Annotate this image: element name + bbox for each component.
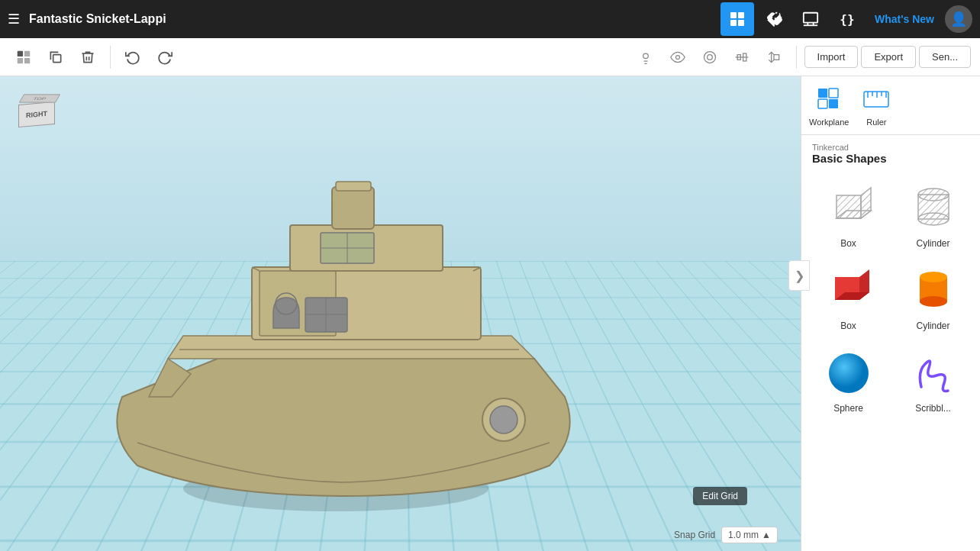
shape-cylinder-solid-thumb [903,264,964,317]
svg-point-21 [490,406,517,433]
svg-rect-5 [18,50,23,56]
svg-point-10 [643,53,648,59]
svg-rect-33 [336,182,371,191]
shape-sphere-label: Sphere [833,403,863,414]
shape-box-ghost[interactable]: Box [809,177,888,253]
workplane-icon [814,84,844,114]
svg-rect-32 [332,187,374,229]
divider-2 [796,46,797,69]
snap-up-icon: ▲ [762,530,771,540]
shape-cylinder-solid-label: Cylinder [916,321,949,331]
viewport[interactable]: RIGHT TOP [0,76,801,551]
top-nav: ☰ Fantastic Snicket-Lappi {} What's New … [0,0,980,38]
view-cube[interactable]: RIGHT TOP [15,92,61,145]
svg-point-58 [829,353,869,393]
svg-rect-8 [24,57,30,63]
cube-right-face: RIGHT [26,110,47,119]
panel-collapse-btn[interactable]: ❯ [788,260,810,291]
build-btn[interactable] [757,2,791,36]
panel-tools: Workplane Ruler [801,76,980,135]
shapes-header: Tinkercad Basic Shapes [801,135,980,169]
send-btn[interactable]: Sen... [919,46,971,68]
undo-btn[interactable] [118,43,147,72]
ruler-tool[interactable]: Ruler [861,84,891,127]
shape-cylinder-ghost[interactable]: Cylinder [894,177,972,253]
shape-box-ghost-thumb [818,182,879,235]
divider-1 [110,46,111,69]
user-avatar[interactable]: 👤 [945,5,972,33]
shape-box-ghost-label: Box [840,238,856,249]
shape-scribble-thumb [903,346,964,400]
redo-btn[interactable] [150,43,179,72]
gallery-btn[interactable] [794,2,827,36]
shape-cylinder-solid[interactable]: Cylinder [894,259,972,336]
svg-point-13 [704,51,715,63]
nav-icons: {} What's New 👤 [720,2,972,36]
shape-box-solid[interactable]: Box [809,259,888,336]
lights-btn[interactable] [631,43,660,72]
svg-rect-36 [818,99,827,108]
svg-rect-1 [738,12,744,18]
svg-rect-3 [738,20,744,26]
whats-new-link[interactable]: What's New [875,13,934,25]
import-btn[interactable]: Import [804,46,859,68]
shape-scribble[interactable]: Scribbl... [894,342,972,418]
svg-point-57 [920,296,947,307]
shape-sphere[interactable]: Sphere [809,342,888,418]
hide-btn[interactable] [663,43,692,72]
align-btn[interactable] [727,43,756,72]
svg-rect-0 [730,12,737,18]
export-btn[interactable]: Export [861,46,916,68]
svg-point-51 [918,213,949,225]
snap-grid-label: Snap Grid [674,530,715,540]
duplicate-btn[interactable] [41,43,70,72]
svg-rect-18 [774,54,779,60]
svg-rect-35 [829,89,838,98]
svg-rect-4 [804,13,817,23]
workplane-label: Workplane [809,118,849,127]
boat-3d-model [61,114,672,542]
shape-box-solid-thumb [818,264,879,317]
add-object-btn[interactable] [9,43,38,72]
snap-grid-value-btn[interactable]: 1.0 mm ▲ [721,527,778,543]
shapes-grid: Box Cylinder [801,169,980,426]
svg-rect-7 [18,57,23,63]
workplane-tool[interactable]: Workplane [809,84,849,127]
flip-btn[interactable] [759,43,788,72]
right-panel: Workplane Ruler Tinkercad [801,76,980,551]
shape-cylinder-ghost-label: Cylinder [916,238,949,249]
svg-point-12 [707,54,712,60]
code-btn[interactable]: {} [830,2,864,36]
svg-rect-9 [53,54,61,62]
main-area: RIGHT TOP [0,76,980,551]
toolbar: Import Export Sen... [0,38,980,76]
project-title: Fantastic Snicket-Lappi [29,12,720,26]
ruler-icon [861,84,891,114]
shapes-source: Tinkercad [812,143,969,152]
shapes-title: Basic Shapes [812,152,969,165]
menu-icon[interactable]: ☰ [8,11,20,27]
svg-point-56 [920,272,947,282]
svg-rect-6 [24,50,30,56]
svg-rect-2 [730,20,737,26]
snap-grid-bar: Snap Grid 1.0 mm ▲ [674,527,778,543]
svg-point-11 [675,55,679,59]
group-btn[interactable] [695,43,724,72]
shape-box-solid-label: Box [840,321,856,331]
toolbar-right: Import Export Sen... [631,43,971,72]
shape-scribble-label: Scribbl... [915,403,951,414]
svg-rect-34 [818,89,827,98]
svg-rect-37 [829,99,838,108]
shape-sphere-thumb [818,346,879,400]
ruler-label: Ruler [866,118,886,127]
edit-grid-btn[interactable]: Edit Grid [693,487,747,505]
delete-btn[interactable] [73,43,102,72]
shape-cylinder-ghost-thumb [903,182,964,235]
grid-view-btn[interactable] [720,2,754,36]
